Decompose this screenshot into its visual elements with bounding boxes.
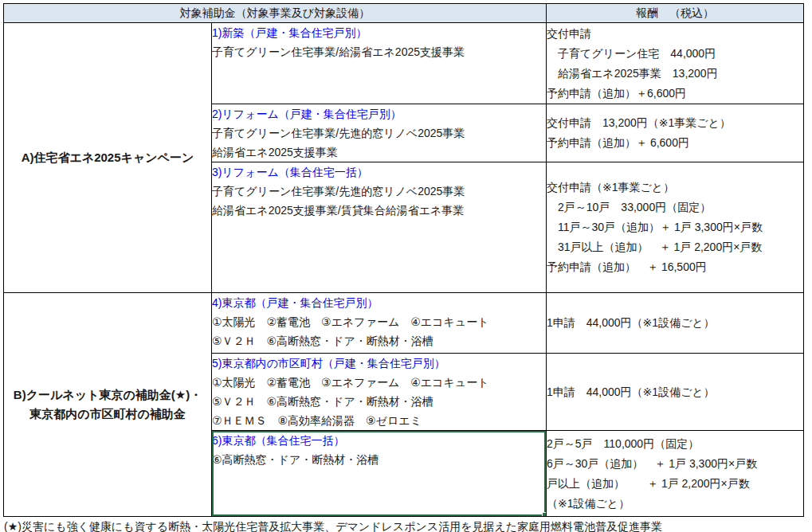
fee-cell-2: 交付申請 13,200円（※1事業ごと）予約申請（追加）＋ 6,600円	[547, 104, 804, 162]
text-line: B)クールネット東京の補助金(★)・	[4, 385, 211, 405]
section-a-label: A)住宅省エネ2025キャンペーン	[4, 23, 212, 293]
fee-lines-6: 2戸～5戸 110,000円（固定）6戸～30戸（追加） ＋ 1戸 3,300円…	[547, 434, 803, 514]
fee-lines-2: 交付申請 13,200円（※1事業ごと）予約申請（追加）＋ 6,600円	[547, 113, 803, 153]
fee-lines-4: 1申請 44,000円（※1設備ごと）	[547, 313, 803, 333]
page: 対象補助金（対象事業及び対象設備） 報酬 （税込） A)住宅省エネ2025キャン…	[0, 0, 812, 532]
text-line: ⑦ＨＥＭＳ ⑧高効率給湯器 ⑨ゼロエミ	[212, 411, 546, 430]
fee-cell-6: 2戸～5戸 110,000円（固定）6戸～30戸（追加） ＋ 1戸 3,300円…	[547, 431, 804, 517]
subsidy-cell-5: 5)東京都内の市区町村（戸建・集合住宅戸別） ①太陽光 ②蓄電池 ③エネファーム…	[212, 354, 547, 431]
text-line: 31戸以上（追加） ＋ 1戸 2,200円×戸数	[547, 237, 803, 257]
text-line: 給湯省エネ2025事業 13,200円	[547, 64, 803, 84]
text-line: ①太陽光 ②蓄電池 ③エネファーム ④エコキュート	[212, 373, 546, 392]
subsidy-title-6: 6)東京都（集合住宅一括）	[212, 431, 546, 450]
text-line: 11戸～30戸（追加）＋ 1戸 3,300円×戸数	[547, 217, 803, 237]
header-target-subsidy: 対象補助金（対象事業及び対象設備）	[4, 4, 547, 23]
fee-lines-5: 1申請 44,000円（※1設備ごと）	[547, 382, 803, 402]
text-line: （※1設備ごと）	[547, 494, 803, 514]
text-line: ⑤Ｖ２Ｈ ⑥高断熱窓・ドア・断熱材・浴槽	[212, 392, 546, 411]
text-line: 給湯省エネ2025支援事業	[212, 143, 546, 162]
subsidy-details-2: 子育てグリーン住宅事業/先進的窓リノベ2025事業給湯省エネ2025支援事業	[212, 123, 546, 162]
subsidy-title-2: 2)リフォーム（戸建・集合住宅戸別）	[212, 104, 546, 123]
section-b-label-lines: B)クールネット東京の補助金(★)・東京都内の市区町村の補助金	[4, 385, 211, 424]
fee-lines-3: 交付申請（※1事業ごと） 2戸～10戸 33,000円（固定） 11戸～30戸（…	[547, 178, 803, 277]
text-line: 交付申請 13,200円（※1事業ごと）	[547, 113, 803, 133]
text-line: 予約申請（追加）＋6,600円	[547, 84, 803, 104]
text-line: 東京都内の市区町村の補助金	[4, 405, 211, 424]
fill-handle[interactable]	[542, 512, 547, 517]
text-line: ①太陽光 ②蓄電池 ③エネファーム ④エコキュート	[212, 312, 546, 331]
fee-lines-1: 交付申請 子育てグリーン住宅 44,000円 給湯省エネ2025事業 13,20…	[547, 24, 803, 104]
subsidy-details-4: ①太陽光 ②蓄電池 ③エネファーム ④エコキュート⑤Ｖ２Ｈ ⑥高断熱窓・ドア・断…	[212, 312, 546, 350]
text-line: 1申請 44,000円（※1設備ごと）	[547, 382, 803, 402]
fee-cell-5: 1申請 44,000円（※1設備ごと）	[547, 354, 804, 431]
subsidy-details-3: 子育てグリーン住宅事業/先進的窓リノベ2025事業給湯省エネ2025支援事業/賃…	[212, 182, 546, 220]
text-line: ⑤Ｖ２Ｈ ⑥高断熱窓・ドア・断熱材・浴槽	[212, 331, 546, 350]
text-line: A)住宅省エネ2025キャンペーン	[4, 148, 211, 167]
subsidy-title-3: 3)リフォーム（集合住宅一括）	[212, 162, 546, 182]
text-line: 予約申請（追加）＋ 6,600円	[547, 133, 803, 153]
header-fee: 報酬 （税込）	[547, 4, 804, 23]
subsidy-cell-3: 3)リフォーム（集合住宅一括） 子育てグリーン住宅事業/先進的窓リノベ2025事…	[212, 162, 547, 293]
text-line: 6戸～30戸（追加） ＋ 1戸 3,300円×戸数	[547, 454, 803, 474]
fee-cell-3: 交付申請（※1事業ごと） 2戸～10戸 33,000円（固定） 11戸～30戸（…	[547, 162, 804, 293]
subsidy-cell-2: 2)リフォーム（戸建・集合住宅戸別） 子育てグリーン住宅事業/先進的窓リノベ20…	[212, 104, 547, 162]
subsidy-cell-6-selected[interactable]: 6)東京都（集合住宅一括） ⑥高断熱窓・ドア・断熱材・浴槽	[212, 431, 547, 517]
text-line: 2戸～5戸 110,000円（固定）	[547, 434, 803, 454]
text-line: 子育てグリーン住宅事業/給湯省エネ2025支援事業	[212, 42, 546, 61]
subsidy-details-5: ①太陽光 ②蓄電池 ③エネファーム ④エコキュート⑤Ｖ２Ｈ ⑥高断熱窓・ドア・断…	[212, 373, 546, 430]
subsidy-table: 対象補助金（対象事業及び対象設備） 報酬 （税込） A)住宅省エネ2025キャン…	[3, 3, 804, 517]
fee-cell-1: 交付申請 子育てグリーン住宅 44,000円 給湯省エネ2025事業 13,20…	[547, 23, 804, 104]
subsidy-title-1: 1)新築（戸建・集合住宅戸別）	[212, 23, 546, 42]
text-line: 交付申請	[547, 24, 803, 44]
section-b-label: B)クールネット東京の補助金(★)・東京都内の市区町村の補助金	[4, 293, 212, 517]
text-line: 予約申請（追加） ＋ 16,500円	[547, 257, 803, 277]
text-line: 2戸～10戸 33,000円（固定）	[547, 198, 803, 217]
text-line: 子育てグリーン住宅事業/先進的窓リノベ2025事業	[212, 182, 546, 201]
text-line: 子育てグリーン住宅 44,000円	[547, 44, 803, 64]
subsidy-details-6: ⑥高断熱窓・ドア・断熱材・浴槽	[212, 450, 546, 469]
fee-cell-4: 1申請 44,000円（※1設備ごと）	[547, 293, 804, 354]
footnote: (★)災害にも強く健康にも資する断熱・太陽光住宅普及拡大事業、デマンドレスポンス…	[4, 519, 809, 532]
text-line: 1申請 44,000円（※1設備ごと）	[547, 313, 803, 333]
text-line: 給湯省エネ2025支援事業/賃貸集合給湯省エネ事業	[212, 201, 546, 220]
subsidy-cell-1: 1)新築（戸建・集合住宅戸別） 子育てグリーン住宅事業/給湯省エネ2025支援事…	[212, 23, 547, 104]
text-line: 交付申請（※1事業ごと）	[547, 178, 803, 198]
text-line: 子育てグリーン住宅事業/先進的窓リノベ2025事業	[212, 123, 546, 143]
text-line: 戸以上（追加） ＋ 1戸 2,200円×戸数	[547, 474, 803, 494]
subsidy-cell-4: 4)東京都（戸建・集合住宅戸別） ①太陽光 ②蓄電池 ③エネファーム ④エコキュ…	[212, 293, 547, 354]
subsidy-details-1: 子育てグリーン住宅事業/給湯省エネ2025支援事業	[212, 42, 546, 61]
text-line: ⑥高断熱窓・ドア・断熱材・浴槽	[212, 450, 546, 469]
subsidy-title-4: 4)東京都（戸建・集合住宅戸別）	[212, 293, 546, 312]
subsidy-title-5: 5)東京都内の市区町村（戸建・集合住宅戸別）	[212, 354, 546, 373]
section-a-label-lines: A)住宅省エネ2025キャンペーン	[4, 148, 211, 167]
